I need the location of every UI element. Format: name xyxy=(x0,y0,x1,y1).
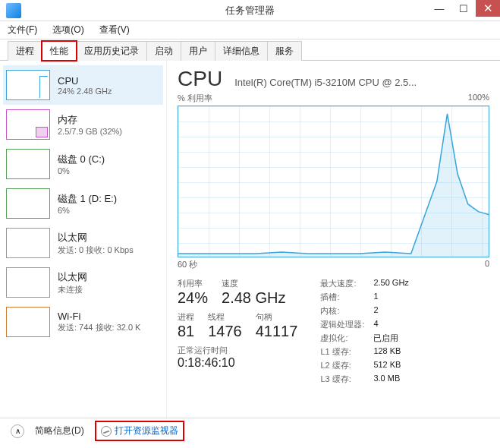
stat-threads: 线程 1476 xyxy=(208,311,242,340)
close-button[interactable]: ✕ xyxy=(476,0,500,17)
window-controls: — ☐ ✕ xyxy=(427,0,500,17)
kv-maxspeed: 最大速度:2.50 GHz xyxy=(320,278,408,289)
chart-x-labels: 60 秒 0 xyxy=(178,259,489,270)
resource-monitor-wrap: 打开资源监视器 xyxy=(95,421,184,441)
kv-key: 最大速度: xyxy=(320,278,366,289)
chart-xleft: 60 秒 xyxy=(178,259,197,270)
cpu-chart xyxy=(178,106,489,257)
maximize-button[interactable]: ☐ xyxy=(451,0,476,17)
footer: ∧ 简略信息(D) 打开资源监视器 xyxy=(0,418,500,443)
sidebar-sub: 发送: 0 接收: 0 Kbps xyxy=(58,245,134,256)
ethernet-thumb-icon xyxy=(6,267,50,298)
stat-row: 利用率 24% 速度 2.48 GHz xyxy=(178,278,297,307)
kv-l2: L2 缓存:512 KB xyxy=(320,360,408,371)
chart-xright: 0 xyxy=(485,259,489,270)
kv-cores: 内核:2 xyxy=(320,305,408,317)
minimize-button[interactable]: — xyxy=(427,0,451,17)
tab-users[interactable]: 用户 xyxy=(181,41,215,61)
kv-logical: 逻辑处理器:4 xyxy=(320,319,408,330)
sidebar-item-cpu[interactable]: CPU 24% 2.48 GHz xyxy=(3,65,163,105)
tabbar: 进程 性能 应用历史记录 启动 用户 详细信息 服务 xyxy=(0,39,500,61)
kv-val: 已启用 xyxy=(373,333,398,344)
kv-val: 128 KB xyxy=(373,346,401,358)
sidebar-title: Wi-Fi xyxy=(58,311,140,322)
open-resource-monitor-link[interactable]: 打开资源监视器 xyxy=(115,424,178,437)
disk-thumb-icon xyxy=(6,188,50,219)
stats-left: 利用率 24% 速度 2.48 GHz 进程 81 线程 147 xyxy=(178,278,297,385)
collapse-button[interactable]: ∧ xyxy=(11,424,24,438)
sidebar-title: 以太网 xyxy=(58,270,87,284)
sidebar-item-disk1[interactable]: 磁盘 1 (D: E:) 6% xyxy=(3,184,163,223)
window-title: 任务管理器 xyxy=(225,4,275,17)
kv-sockets: 插槽:1 xyxy=(320,292,408,303)
tab-services[interactable]: 服务 xyxy=(267,41,302,61)
detail-header: CPU Intel(R) Core(TM) i5-3210M CPU @ 2.5… xyxy=(178,67,489,91)
sidebar-item-memory[interactable]: 内存 2.5/7.9 GB (32%) xyxy=(3,105,163,144)
cpu-thumb-icon xyxy=(6,70,50,100)
stat-label: 句柄 xyxy=(256,311,298,323)
tab-startup[interactable]: 启动 xyxy=(146,41,181,61)
stat-processes: 进程 81 xyxy=(178,311,194,340)
kv-val: 3.0 MB xyxy=(373,374,400,385)
menu-options[interactable]: 选项(O) xyxy=(48,22,88,38)
stat-value: 41117 xyxy=(256,323,298,340)
memory-thumb-icon xyxy=(6,109,50,140)
sidebar-item-disk0[interactable]: 磁盘 0 (C:) 0% xyxy=(3,144,163,184)
sidebar-sub: 24% 2.48 GHz xyxy=(58,87,112,96)
stat-label: 进程 xyxy=(178,311,194,323)
sidebar-item-wifi[interactable]: Wi-Fi 发送: 744 接收: 32.0 K xyxy=(3,302,163,342)
menu-file[interactable]: 文件(F) xyxy=(3,22,42,38)
kv-key: 插槽: xyxy=(320,292,366,303)
sidebar-item-ethernet1[interactable]: 以太网 未连接 xyxy=(3,263,163,302)
stats-right: 最大速度:2.50 GHz 插槽:1 内核:2 逻辑处理器:4 虚拟化:已启用 … xyxy=(320,278,408,385)
sidebar-info: Wi-Fi 发送: 744 接收: 32.0 K xyxy=(58,307,140,337)
content: CPU 24% 2.48 GHz 内存 2.5/7.9 GB (32%) 磁盘 … xyxy=(0,61,500,418)
sidebar: CPU 24% 2.48 GHz 内存 2.5/7.9 GB (32%) 磁盘 … xyxy=(0,61,167,418)
kv-l3: L3 缓存:3.0 MB xyxy=(320,374,408,385)
kv-key: 内核: xyxy=(320,305,366,317)
chart-ylabel: % 利用率 xyxy=(178,93,212,104)
tab-performance[interactable]: 性能 xyxy=(42,41,77,61)
detail-heading: CPU xyxy=(178,67,222,91)
sidebar-title: CPU xyxy=(58,75,112,87)
tab-processes[interactable]: 进程 xyxy=(8,41,42,61)
chart-y-labels: % 利用率 100% xyxy=(178,93,489,104)
kv-key: 逻辑处理器: xyxy=(320,319,366,330)
kv-virt: 虚拟化:已启用 xyxy=(320,333,408,344)
stat-handles: 句柄 41117 xyxy=(256,311,298,340)
sidebar-info: CPU 24% 2.48 GHz xyxy=(58,70,112,100)
menu-view[interactable]: 查看(V) xyxy=(95,22,134,38)
ethernet-thumb-icon xyxy=(6,228,50,258)
stat-value: 81 xyxy=(178,323,194,340)
kv-val: 2.50 GHz xyxy=(373,278,408,289)
kv-key: 虚拟化: xyxy=(320,333,366,344)
kv-key: L1 缓存: xyxy=(320,346,366,358)
kv-val: 512 KB xyxy=(373,360,401,371)
kv-val: 2 xyxy=(373,305,378,317)
sidebar-info: 内存 2.5/7.9 GB (32%) xyxy=(58,109,122,140)
stat-speed: 速度 2.48 GHz xyxy=(222,278,285,307)
brief-info-link[interactable]: 简略信息(D) xyxy=(35,424,84,437)
sidebar-sub: 6% xyxy=(58,206,117,215)
kv-l1: L1 缓存:128 KB xyxy=(320,346,408,358)
app-icon xyxy=(6,3,21,18)
sidebar-title: 以太网 xyxy=(58,231,134,245)
stat-value: 1476 xyxy=(208,323,242,340)
sidebar-item-ethernet0[interactable]: 以太网 发送: 0 接收: 0 Kbps xyxy=(3,223,163,263)
sidebar-info: 磁盘 1 (D: E:) 6% xyxy=(58,188,117,219)
disk-thumb-icon xyxy=(6,149,50,179)
sidebar-sub: 未连接 xyxy=(58,284,87,295)
kv-key: L2 缓存: xyxy=(320,360,366,371)
sidebar-info: 以太网 未连接 xyxy=(58,267,87,298)
sidebar-title: 内存 xyxy=(58,113,122,127)
tab-details[interactable]: 详细信息 xyxy=(215,41,268,61)
chevron-up-icon: ∧ xyxy=(15,427,20,435)
kv-val: 1 xyxy=(373,292,378,303)
stat-label: 利用率 xyxy=(178,278,208,289)
stat-label: 正常运行时间 xyxy=(178,345,297,356)
sidebar-sub: 0% xyxy=(58,166,105,175)
sidebar-info: 磁盘 0 (C:) 0% xyxy=(58,149,105,179)
stats: 利用率 24% 速度 2.48 GHz 进程 81 线程 147 xyxy=(178,278,489,385)
tab-app-history[interactable]: 应用历史记录 xyxy=(76,41,147,61)
detail-subtitle: Intel(R) Core(TM) i5-3210M CPU @ 2.5... xyxy=(234,77,489,88)
